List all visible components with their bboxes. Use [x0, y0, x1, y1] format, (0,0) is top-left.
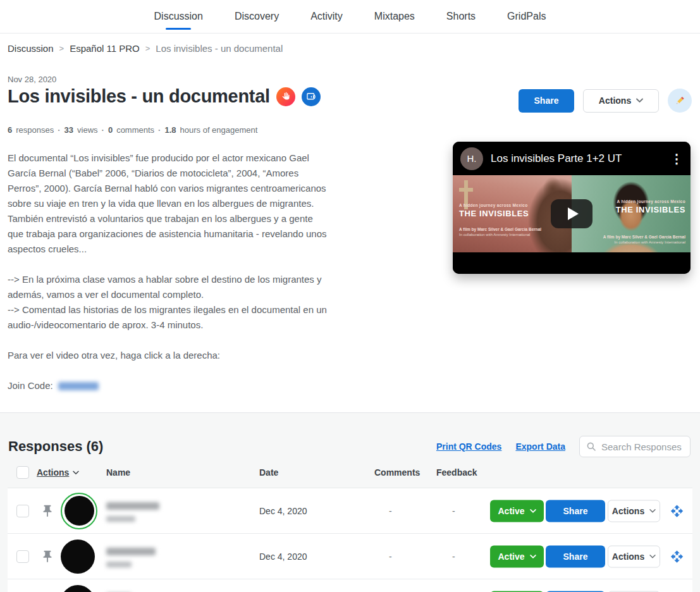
drag-move-handle-icon[interactable] — [670, 504, 684, 517]
play-button[interactable] — [551, 199, 593, 228]
chevron-down-icon — [73, 471, 79, 475]
row-actions-dropdown[interactable]: Actions — [608, 500, 660, 522]
responses-heading: Responses (6) — [8, 438, 103, 455]
row-actions-dropdown[interactable]: Actions — [608, 545, 660, 567]
topic-buttons: Share Actions — [519, 89, 692, 113]
tab-gridpals[interactable]: GridPals — [506, 7, 547, 26]
breadcrumb-group[interactable]: Español 11 PRO — [70, 43, 140, 54]
poster-credit-2: In collaboration with Amnesty Internatio… — [459, 233, 530, 238]
breadcrumb-topic: Los invisibles - un documental — [156, 43, 283, 54]
poster-credit: A film by Marc Silver & Gael García Bern… — [603, 235, 685, 240]
stat-views-count: 33 — [64, 125, 73, 135]
pin-icon[interactable] — [40, 550, 54, 564]
avatar[interactable] — [61, 540, 95, 574]
top-navigation: Discussion Discovery Activity Mixtapes S… — [0, 0, 700, 34]
video-player[interactable]: H. Los invisibles Parte 1+2 UT ⋮ A hidde… — [453, 142, 691, 274]
stat-separator: · — [58, 125, 60, 135]
row-actions-label: Actions — [612, 506, 644, 516]
stat-separator: · — [158, 125, 161, 135]
select-all-checkbox[interactable] — [16, 466, 29, 479]
poster-tagline: A hidden journey across Mexico — [459, 203, 527, 208]
drag-move-handle-icon[interactable] — [670, 550, 684, 563]
video-title-bar: H. Los invisibles Parte 1+2 UT ⋮ — [453, 142, 691, 175]
join-code-label: Join Code: — [8, 378, 53, 393]
join-code-redacted[interactable] — [58, 382, 99, 390]
bulk-actions-dropdown[interactable]: Actions — [37, 467, 79, 478]
avatar-image — [64, 496, 94, 526]
stat-views-label: views — [77, 125, 98, 135]
row-checkbox[interactable] — [16, 550, 29, 563]
breadcrumb-separator: > — [145, 44, 150, 53]
feedback-value: - — [452, 506, 455, 516]
student-name-redacted[interactable] — [106, 548, 156, 555]
topic-title-row: Los invisibles - un documental — [8, 86, 321, 107]
search-responses-input[interactable] — [601, 441, 684, 452]
topic-date: Nov 28, 2020 — [8, 75, 56, 84]
row-share-button[interactable]: Share — [546, 500, 605, 522]
responses-utilities: Print QR Codes Export Data — [436, 436, 691, 457]
export-data-link[interactable]: Export Data — [515, 441, 565, 452]
responses-table-header: Actions Name Date Comments Feedback — [8, 466, 692, 481]
share-button[interactable]: Share — [519, 89, 574, 113]
status-label: Active — [498, 552, 524, 562]
stat-responses-label: responses — [16, 125, 54, 135]
response-row: Dec 4, 2020 - - Active Share Actions — [8, 534, 692, 579]
column-name: Name — [106, 467, 130, 478]
chevron-down-icon — [530, 554, 536, 558]
chevron-down-icon — [649, 509, 656, 513]
raised-hand-icon[interactable] — [276, 87, 295, 106]
views-count-redacted — [106, 562, 132, 567]
column-comments: Comments — [374, 467, 420, 478]
status-label: Active — [498, 506, 524, 516]
status-active-dropdown[interactable]: Active — [490, 545, 544, 567]
pin-icon[interactable] — [40, 504, 54, 518]
stat-responses-count: 6 — [8, 125, 12, 135]
tab-shorts[interactable]: Shorts — [445, 7, 477, 26]
video-thumbnail[interactable]: A hidden journey across Mexico THE INVIS… — [453, 175, 691, 252]
print-qr-codes-link[interactable]: Print QR Codes — [436, 441, 501, 452]
page: Discussion Discovery Activity Mixtapes S… — [0, 0, 700, 592]
comments-value: - — [389, 506, 392, 516]
page-title: Los invisibles - un documental — [8, 86, 270, 107]
breadcrumb: Discussion > Español 11 PRO > Los invisi… — [8, 43, 283, 54]
avatar[interactable] — [61, 585, 95, 592]
description-paragraph: El documental “Los invisibles” fue produ… — [8, 151, 327, 257]
stat-comments-label: comments — [116, 125, 154, 135]
immersive-reader-icon[interactable] — [302, 87, 321, 106]
student-name-redacted[interactable] — [106, 502, 159, 510]
description-instruction-2: --> Comentad las historias de los migran… — [8, 302, 327, 333]
stat-engagement-label: hours of engagement — [180, 125, 258, 135]
tab-activity[interactable]: Activity — [309, 7, 344, 26]
channel-avatar[interactable]: H. — [460, 147, 483, 170]
tab-discovery[interactable]: Discovery — [233, 7, 280, 26]
status-active-dropdown[interactable]: Active — [490, 500, 544, 522]
video-title[interactable]: Los invisibles Parte 1+2 UT — [491, 152, 663, 165]
responses-table-body: Dec 4, 2020 - - Active Share Actions — [8, 488, 692, 592]
description-video-hint: Para ver el video otra vez, haga click a… — [8, 348, 327, 363]
breadcrumb-discussion[interactable]: Discussion — [8, 43, 54, 54]
chevron-down-icon — [636, 98, 643, 103]
chevron-down-icon — [649, 554, 656, 558]
response-date: Dec 4, 2020 — [259, 506, 307, 516]
tab-discussion[interactable]: Discussion — [153, 7, 204, 26]
actions-label: Actions — [599, 96, 631, 106]
row-share-button[interactable]: Share — [546, 545, 605, 567]
video-bottom-bar — [453, 252, 691, 274]
stat-separator: · — [102, 125, 104, 135]
column-feedback: Feedback — [436, 467, 477, 478]
feedback-value: - — [452, 552, 455, 562]
chevron-down-icon — [530, 509, 536, 513]
actions-dropdown-button[interactable]: Actions — [583, 89, 659, 113]
edit-pencil-button[interactable] — [668, 89, 692, 113]
row-actions-label: Actions — [612, 552, 644, 562]
search-responses-box — [579, 436, 691, 457]
description-instruction-1: --> En la próxima clase vamos a hablar s… — [8, 272, 327, 302]
avatar[interactable] — [61, 493, 97, 529]
row-checkbox[interactable] — [16, 505, 29, 517]
pencil-icon — [673, 94, 686, 107]
play-icon — [568, 207, 579, 220]
response-row: Dec 4, 2020 - - Active Share Actions — [8, 488, 692, 534]
video-menu-kebab-icon[interactable]: ⋮ — [670, 152, 683, 165]
column-date: Date — [259, 467, 278, 478]
tab-mixtapes[interactable]: Mixtapes — [373, 7, 416, 26]
